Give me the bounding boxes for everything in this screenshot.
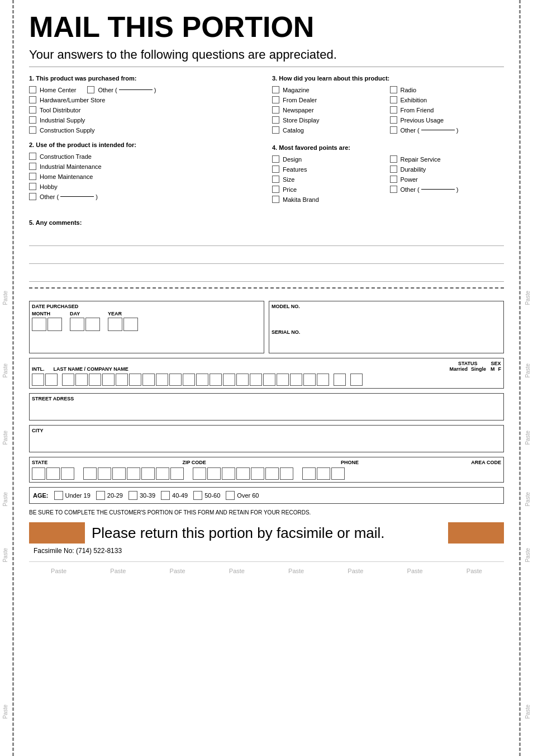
q3-item-6: Radio	[390, 86, 505, 93]
year-box-2[interactable]	[123, 318, 138, 331]
q3-checkbox-9[interactable]	[390, 116, 397, 124]
phone-box-3[interactable]	[222, 467, 235, 480]
phone-box-6[interactable]	[265, 467, 279, 480]
zip-box-7[interactable]	[170, 467, 184, 480]
phone-box-2[interactable]	[207, 467, 221, 480]
q4-item-1: Design	[272, 155, 387, 163]
zip-box-3[interactable]	[112, 467, 126, 480]
q1-other-checkbox[interactable]	[87, 86, 94, 93]
q4-other-checkbox[interactable]	[390, 186, 397, 193]
q3-checkbox-7[interactable]	[390, 96, 397, 103]
q4-checkbox-7[interactable]	[390, 166, 397, 173]
q4-item-2: Features	[272, 166, 387, 173]
name-box-11[interactable]	[196, 374, 208, 386]
q4-checkbox-3[interactable]	[272, 176, 279, 183]
q2-other-checkbox[interactable]	[29, 193, 36, 200]
q3-checkbox-2[interactable]	[272, 96, 279, 103]
name-box-15[interactable]	[250, 374, 262, 386]
area-box-1[interactable]	[302, 467, 316, 480]
q4-checkbox-1[interactable]	[272, 155, 279, 163]
paste-right-6: Paste	[525, 705, 531, 719]
name-box-10[interactable]	[183, 374, 195, 386]
q2-checkbox-3[interactable]	[29, 173, 36, 180]
month-box-1[interactable]	[32, 318, 46, 331]
age-checkbox-3[interactable]	[129, 491, 137, 500]
name-box-8[interactable]	[156, 374, 168, 386]
phone-box-1[interactable]	[193, 467, 206, 480]
phone-box-5[interactable]	[251, 467, 264, 480]
q4-checkbox-4[interactable]	[272, 186, 279, 193]
q4-checkbox-6[interactable]	[390, 155, 397, 163]
name-box-status2[interactable]	[317, 374, 329, 386]
name-box-18[interactable]	[290, 374, 302, 386]
name-box-7[interactable]	[142, 374, 155, 386]
name-box-14[interactable]	[236, 374, 249, 386]
age-checkbox-2[interactable]	[96, 491, 105, 500]
state-box-2[interactable]	[46, 467, 60, 480]
name-box-16[interactable]	[263, 374, 275, 386]
q2-checkbox-2[interactable]	[29, 163, 36, 170]
q3-checkbox-1[interactable]	[272, 86, 279, 93]
name-box-2[interactable]	[75, 374, 88, 386]
q3-checkbox-6[interactable]	[390, 86, 397, 93]
name-box-3[interactable]	[89, 374, 101, 386]
name-box-9[interactable]	[169, 374, 182, 386]
state-box-3[interactable]	[61, 467, 74, 480]
q4-checkbox-8[interactable]	[390, 176, 397, 183]
q2-item-2: Industrial Maintenance	[29, 163, 261, 170]
q3-other-checkbox[interactable]	[390, 126, 397, 134]
q1-item-5: Construction Supply	[29, 126, 261, 134]
zip-box-4[interactable]	[127, 467, 140, 480]
zip-box-2[interactable]	[98, 467, 111, 480]
day-box-1[interactable]	[70, 318, 84, 331]
phone-box-4[interactable]	[236, 467, 250, 480]
name-box-intl2[interactable]	[45, 374, 58, 386]
age-checkbox-1[interactable]	[54, 491, 63, 500]
q4-item-7: Durability	[390, 166, 505, 173]
day-label: DAY	[70, 311, 100, 316]
phone-box-7[interactable]	[280, 467, 293, 480]
paste-left-2: Paste	[2, 363, 8, 378]
zip-box-5[interactable]	[141, 467, 155, 480]
name-box-13[interactable]	[223, 374, 235, 386]
zip-box-1[interactable]	[83, 467, 97, 480]
state-box-1[interactable]	[32, 467, 45, 480]
name-box-status1[interactable]	[303, 374, 316, 386]
age-checkbox-4[interactable]	[161, 491, 170, 500]
status-label: STATUS	[449, 361, 486, 366]
year-box-1[interactable]	[108, 318, 122, 331]
age-checkbox-5[interactable]	[193, 491, 202, 500]
name-box-12[interactable]	[210, 374, 222, 386]
q3-checkbox-8[interactable]	[390, 106, 397, 114]
area-box-2[interactable]	[317, 467, 330, 480]
day-box-2[interactable]	[85, 318, 100, 331]
q1-checkbox-4[interactable]	[29, 116, 36, 124]
q3-checkbox-4[interactable]	[272, 116, 279, 124]
q1-checkbox-1[interactable]	[29, 86, 36, 93]
name-box-5[interactable]	[116, 374, 128, 386]
q3-item-5: Catalog	[272, 126, 387, 134]
zip-box-6[interactable]	[156, 467, 169, 480]
q3-item-8: From Friend	[390, 106, 505, 114]
q3-checkbox-5[interactable]	[272, 126, 279, 134]
q1-checkbox-2[interactable]	[29, 96, 36, 103]
q2-checkbox-1[interactable]	[29, 153, 36, 160]
married-label: Married	[449, 366, 468, 372]
q1-checkbox-3[interactable]	[29, 106, 36, 114]
q4-checkbox-5[interactable]	[272, 196, 279, 203]
area-box-3[interactable]	[331, 467, 345, 480]
age-checkbox-6[interactable]	[226, 491, 235, 500]
name-box-intl[interactable]	[32, 374, 44, 386]
q2-checkbox-4[interactable]	[29, 183, 36, 190]
month-box-2[interactable]	[47, 318, 62, 331]
q4-checkbox-2[interactable]	[272, 166, 279, 173]
name-box-17[interactable]	[277, 374, 289, 386]
sex-box-f[interactable]	[350, 374, 363, 386]
q3-checkbox-3[interactable]	[272, 106, 279, 114]
name-box-4[interactable]	[102, 374, 115, 386]
name-box-6[interactable]	[129, 374, 141, 386]
sex-box-m[interactable]	[334, 374, 346, 386]
q1-checkbox-5[interactable]	[29, 126, 36, 134]
name-box-1[interactable]	[62, 374, 74, 386]
main-title: MAIL THIS PORTION	[29, 11, 504, 43]
